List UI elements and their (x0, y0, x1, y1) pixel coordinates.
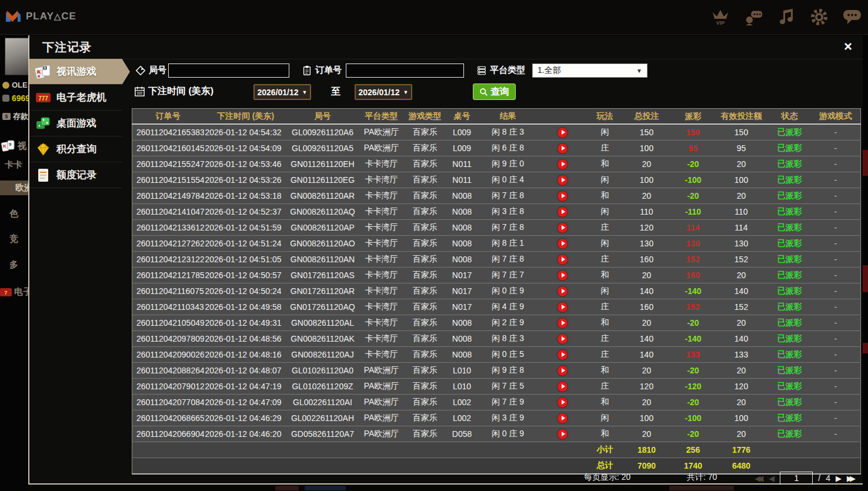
video-replay-button[interactable] (557, 143, 567, 153)
close-icon[interactable]: × (844, 38, 852, 55)
music-icon[interactable] (776, 6, 796, 28)
cell-time: 2026-01-12 04:50:57 (204, 268, 288, 283)
avatar[interactable] (5, 38, 28, 75)
video-replay-button[interactable] (557, 191, 567, 201)
cell-result: 闲 7 庄 8 (479, 188, 537, 204)
date-from-picker[interactable]: 2026/01/12▼ (253, 84, 311, 100)
modal-header: 下注记录 × (29, 35, 863, 59)
gear-icon[interactable] (809, 6, 829, 28)
bg-menu-se[interactable]: 色 (9, 208, 18, 219)
bg-menu-video[interactable]: K9 视 (1, 139, 26, 152)
cell-video (537, 283, 589, 299)
video-replay-button[interactable] (557, 159, 567, 169)
page-input[interactable]: 1 (780, 472, 813, 485)
cell-platform: 卡卡湾厅 (358, 236, 405, 252)
last-page-icon[interactable]: ▶▶ (847, 474, 856, 483)
menu-item-credit-records[interactable]: 额度记录 (29, 162, 122, 188)
username-row: OLE (2, 81, 28, 89)
bg-menu-slots[interactable]: 7 电子 (0, 286, 28, 298)
cell-status: 已派彩 (769, 188, 811, 204)
cell-mode: - (811, 426, 861, 442)
cell-bet: 100 (622, 410, 672, 426)
bg-menu-kaka[interactable]: 卡卡 (5, 159, 22, 171)
cell-status: 已派彩 (769, 347, 811, 363)
video-replay-button[interactable] (557, 413, 567, 423)
cell-video (537, 363, 589, 379)
bg-menu-duo[interactable]: 多 (9, 259, 18, 270)
order-input[interactable] (346, 64, 464, 78)
video-replay-button[interactable] (557, 398, 567, 408)
video-replay-button[interactable] (557, 128, 567, 138)
menu-item-points[interactable]: 积分查询 (29, 136, 122, 162)
round-filter: 局号 (135, 65, 166, 78)
video-replay-button[interactable] (557, 270, 567, 280)
cell-order: 260112042077084 (132, 395, 204, 410)
vip-icon[interactable]: VIP (710, 6, 730, 28)
prev-page-icon[interactable]: ◀ (769, 474, 774, 483)
query-button[interactable]: 查询 (473, 83, 516, 100)
menu-item-label: 视讯游戏 (56, 65, 96, 78)
video-replay-button[interactable] (557, 175, 567, 185)
video-replay-button[interactable] (557, 255, 567, 265)
bg-menu-jing[interactable]: 竞 (9, 233, 18, 245)
cell-result: 闲 3 庄 9 (479, 410, 537, 426)
menu-item-video-games[interactable]: K♥9 视讯游戏 (29, 59, 122, 85)
first-page-icon[interactable]: ◀◀ (755, 474, 763, 483)
cell-play: 和 (589, 156, 622, 172)
bg-menu-europe[interactable]: 欧洲 (0, 181, 28, 195)
cell-play: 闲 (589, 283, 622, 299)
cell-video (537, 220, 589, 236)
cell-round: GN008261120AR (288, 188, 358, 204)
cell-payout: -110 (672, 204, 715, 220)
bet-records-modal: 下注记录 × K♥9 视讯游戏 777 电子老虎机 桌面游戏 积分查询 额 (28, 35, 863, 485)
cell-status: 已派彩 (769, 268, 811, 283)
cell-valid: 152 (715, 299, 769, 315)
table-row: 2601120421552472026-01-12 04:53:46GN0112… (132, 156, 861, 172)
video-replay-button[interactable] (557, 334, 567, 344)
cell-play: 和 (589, 395, 622, 410)
table-row: 2601120421050492026-01-12 04:49:31GN0082… (132, 315, 861, 331)
table-row: 2601120420686652026-01-12 04:46:29GL0022… (132, 410, 861, 426)
menu-item-slots[interactable]: 777 电子老虎机 (29, 85, 122, 111)
video-replay-button[interactable] (557, 366, 567, 376)
chat-icon[interactable] (842, 6, 862, 28)
round-input[interactable] (168, 64, 289, 78)
cell-order: 260112042066904 (132, 426, 204, 442)
cell-play: 闲 (589, 204, 622, 220)
playace-logo[interactable]: PLAY△CE (5, 8, 76, 25)
video-replay-button[interactable] (557, 382, 567, 392)
balance-row: 6969 (2, 93, 28, 103)
video-replay-button[interactable] (557, 223, 567, 233)
cell-order: 260112042090026 (132, 347, 204, 363)
cell-round: GN008261120AJ (288, 347, 358, 363)
bet-table-summary: 小计 1810 256 1776 总计 7090 1740 6480 (132, 442, 861, 475)
cell-round: GN008261120AO (288, 236, 358, 252)
deposit-button[interactable]: $存款 (2, 111, 28, 122)
cell-tableid: N011 (445, 156, 479, 172)
cell-time: 2026-01-12 04:52:37 (204, 204, 288, 220)
cell-order: 260112042165383 (132, 124, 204, 141)
video-replay-button[interactable] (557, 286, 567, 296)
cell-round: GN017261120AQ (288, 299, 358, 315)
date-to-picker[interactable]: 2026/01/12▼ (355, 84, 412, 100)
menu-item-table-games[interactable]: 桌面游戏 (29, 111, 122, 136)
cell-status: 已派彩 (769, 283, 811, 299)
money-icon (2, 95, 9, 102)
video-replay-button[interactable] (557, 429, 567, 439)
cell-bet: 20 (622, 188, 672, 204)
video-replay-button[interactable] (557, 350, 567, 360)
subtotal-valid: 1776 (715, 442, 769, 458)
cell-status: 已派彩 (769, 331, 811, 347)
video-replay-button[interactable] (557, 207, 567, 217)
video-replay-button[interactable] (557, 318, 567, 328)
video-replay-button[interactable] (557, 302, 567, 312)
cell-platform: PA欧洲厅 (358, 426, 405, 442)
customer-service-icon[interactable] (743, 6, 763, 28)
cell-mode: - (811, 188, 861, 204)
video-replay-button[interactable] (557, 239, 567, 249)
next-page-icon[interactable]: ▶ (836, 474, 842, 483)
cell-game: 百家乐 (405, 124, 445, 141)
chevron-down-icon: ▼ (636, 68, 642, 74)
platform-select[interactable]: 1.全部▼ (532, 64, 647, 78)
cell-valid: 140 (715, 331, 769, 347)
